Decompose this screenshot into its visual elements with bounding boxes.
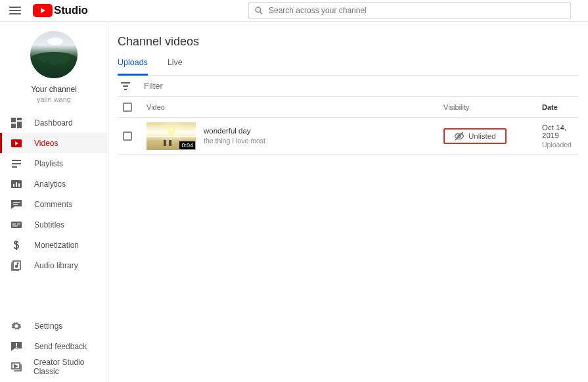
row-checkbox[interactable] [123,131,132,141]
svg-rect-21 [12,226,18,226]
svg-rect-4 [17,118,22,120]
tabs: Uploads Live [118,58,579,76]
visibility-label: Unlisted [468,132,496,140]
svg-rect-13 [13,184,14,187]
menu-icon[interactable] [9,7,21,14]
subtitles-icon [11,219,22,231]
sidebar-item-settings[interactable]: Settings [0,316,108,336]
svg-rect-20 [17,224,20,224]
sidebar-item-subtitles[interactable]: Subtitles [0,214,108,235]
sidebar-item-feedback[interactable]: Send feedback [0,336,108,356]
video-thumbnail[interactable]: 0:04 [147,122,196,150]
table-row[interactable]: 0:04 wonderful day the thing I love most… [118,118,579,155]
column-visibility[interactable]: Visibility [443,103,542,111]
sidebar-item-label: Analytics [34,179,66,189]
classic-icon [11,361,22,373]
search-input[interactable] [269,6,565,15]
search-bar[interactable] [248,2,571,19]
your-channel-label: Your channel [31,85,77,94]
sidebar-item-playlists[interactable]: Playlists [0,153,108,174]
sidebar-item-label: Monetization [34,241,79,250]
svg-rect-15 [18,183,20,187]
dashboard-icon [11,117,22,129]
filter-icon[interactable] [120,81,131,91]
top-bar: Studio [0,0,588,22]
sidebar-item-label: Dashboard [34,118,73,128]
sidebar-item-classic[interactable]: Creator Studio Classic [0,356,108,377]
video-duration: 0:04 [179,141,195,149]
visibility-cell[interactable]: Unlisted [443,128,507,144]
sidebar-item-monetization[interactable]: Monetization [0,235,108,255]
svg-rect-25 [16,343,17,346]
svg-rect-14 [16,182,17,187]
sidebar-item-videos[interactable]: Videos [0,133,108,153]
sidebar-item-label: Send feedback [34,342,87,351]
sidebar-item-label: Creator Studio Classic [34,358,108,376]
tab-live[interactable]: Live [168,58,183,75]
svg-rect-16 [13,202,20,203]
svg-rect-19 [12,224,16,224]
svg-rect-6 [11,124,16,128]
main-content: Channel videos Uploads Live Video Visibi… [108,22,588,382]
column-video[interactable]: Video [147,103,443,111]
filter-input[interactable] [144,81,579,91]
sidebar-item-analytics[interactable]: Analytics [0,174,108,194]
svg-rect-18 [11,222,22,228]
filter-bar [118,76,579,97]
studio-logo[interactable]: Studio [33,4,88,17]
sidebar-item-label: Comments [34,200,72,209]
svg-rect-3 [11,118,16,122]
monetization-icon [11,239,22,251]
channel-header: Your channel yalin wang [0,31,108,103]
svg-marker-0 [41,8,45,13]
column-date[interactable]: Date [542,103,579,111]
svg-rect-17 [13,204,18,204]
sidebar-item-dashboard[interactable]: Dashboard [0,112,108,133]
sidebar-nav: Dashboard Videos Playlists Analytics Com… [0,112,108,316]
sidebar-item-label: Settings [34,322,62,331]
video-description: the thing I love most [204,137,265,145]
tab-uploads[interactable]: Uploads [118,58,148,76]
sidebar-item-label: Playlists [34,159,63,168]
product-name: Studio [54,4,88,17]
sidebar-item-label: Subtitles [34,220,64,229]
sidebar-item-audio-library[interactable]: Audio library [0,255,108,275]
video-title[interactable]: wonderful day [204,127,265,135]
analytics-icon [11,178,22,190]
sidebar-item-label: Audio library [34,261,78,270]
date-cell: Oct 14, 2019 Uploaded [542,124,579,149]
audio-library-icon [11,260,22,272]
svg-rect-26 [16,346,17,348]
comments-icon [11,199,22,210]
sidebar-footer: Settings Send feedback Creator Studio Cl… [0,316,108,382]
video-date-status: Uploaded [542,141,579,149]
videos-icon [11,137,22,149]
video-date: Oct 14, 2019 [542,124,579,139]
sidebar-item-label: Videos [34,139,58,148]
youtube-play-icon [33,4,53,17]
search-icon [254,6,263,15]
sidebar: Your channel yalin wang Dashboard Videos… [0,22,108,382]
select-all-checkbox[interactable] [123,103,132,112]
svg-marker-28 [14,365,17,368]
sidebar-item-comments[interactable]: Comments [0,194,108,214]
svg-line-2 [260,12,263,14]
svg-rect-5 [17,122,22,128]
table-header: Video Visibility Date [118,97,579,118]
avatar[interactable] [30,31,78,78]
channel-name: yalin wang [37,95,71,103]
page-title: Channel videos [118,35,579,49]
unlisted-icon [454,131,464,141]
settings-icon [11,320,22,332]
feedback-icon [11,341,22,352]
svg-point-1 [256,7,261,12]
video-meta: wonderful day the thing I love most [204,122,265,150]
playlists-icon [11,158,22,170]
